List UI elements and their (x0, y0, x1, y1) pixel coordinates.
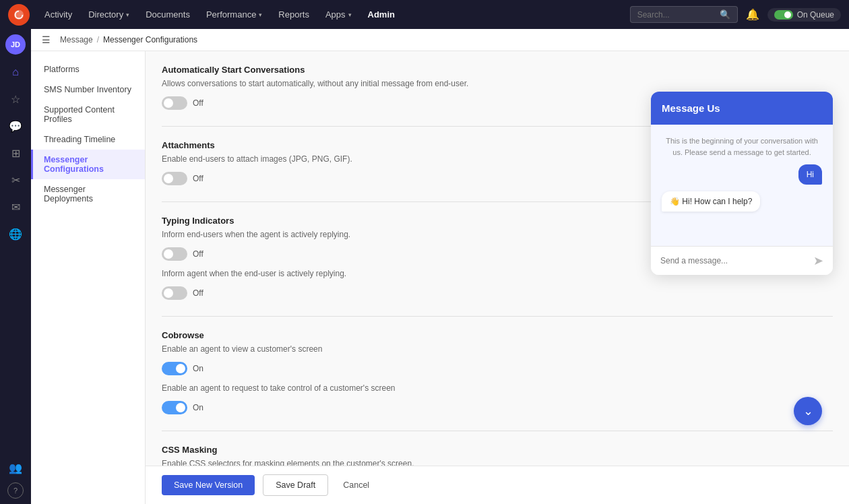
typing-indicators-toggle-label-1: Off (193, 249, 203, 259)
chat-preview-header: Message Us (651, 92, 833, 125)
sidebar-icon-cut[interactable]: ✂ (3, 168, 28, 192)
sidebar-icon-users[interactable]: 👥 (3, 455, 28, 480)
queue-toggle[interactable] (774, 10, 793, 20)
typing-indicators-toggle-2[interactable] (162, 286, 187, 300)
css-masking-title: CSS Masking (162, 445, 833, 455)
chat-preview-body: This is the beginning of your conversati… (651, 125, 833, 246)
auto-start-toggle[interactable] (162, 96, 187, 110)
typing-indicators-toggle-label-2: Off (193, 288, 203, 298)
directory-chevron-icon: ▾ (126, 11, 129, 18)
sidebar-item-threading-timeline[interactable]: Threading Timeline (31, 129, 145, 150)
user-avatar[interactable]: JD (5, 34, 26, 55)
main-content: ☰ Message / Messenger Configurations Pla… (31, 29, 849, 504)
performance-chevron-icon: ▾ (259, 11, 262, 18)
sidebar-icon-grid[interactable]: ⊞ (3, 141, 28, 165)
search-input[interactable] (637, 10, 716, 20)
sidebar-item-messenger-configurations[interactable]: Messenger Configurations (31, 150, 145, 179)
chat-message-input[interactable] (660, 256, 813, 265)
sidebar-icon-home[interactable]: ⌂ (3, 60, 28, 84)
sidebar-item-platforms[interactable]: Platforms (31, 59, 145, 80)
typing-indicators-toggle-1[interactable] (162, 247, 187, 261)
sidebar-icon-help[interactable]: ? (7, 482, 24, 499)
sidebar-item-messenger-deployments[interactable]: Messenger Deployments (31, 179, 145, 209)
nav-directory[interactable]: Directory ▾ (82, 5, 136, 24)
content-area: Automatically Start Conversations Allows… (146, 51, 849, 466)
sidebar-icon-message[interactable]: ✉ (3, 195, 28, 219)
breadcrumb-parent-link[interactable]: Message (60, 35, 93, 44)
attachments-toggle[interactable] (162, 172, 187, 185)
breadcrumb-menu-icon[interactable]: ☰ (42, 34, 51, 45)
queue-label: On Queue (797, 10, 834, 20)
cobrowse-desc-2: Enable an agent to request to take contr… (162, 382, 833, 394)
bottom-action-bar: Save New Version Save Draft Cancel (146, 466, 849, 504)
css-masking-desc: Enable CSS selectors for masking element… (162, 458, 833, 466)
nav-activity[interactable]: Activity (38, 5, 79, 24)
divider-3 (162, 316, 833, 317)
auto-start-toggle-label: Off (193, 98, 203, 108)
auto-start-title: Automatically Start Conversations (162, 65, 833, 75)
cobrowse-toggle-row-2: On (162, 401, 833, 414)
global-search[interactable]: 🔍 (630, 6, 738, 23)
divider-4 (162, 431, 833, 431)
cobrowse-toggle-2[interactable] (162, 401, 187, 414)
cobrowse-section: Cobrowse Enable an agent to view a custo… (162, 330, 833, 414)
cancel-button[interactable]: Cancel (336, 475, 376, 495)
apps-chevron-icon: ▾ (348, 11, 352, 18)
secondary-sidebar: Platforms SMS Number Inventory Supported… (31, 51, 146, 504)
save-new-version-button[interactable]: Save New Version (162, 475, 255, 495)
nav-documents[interactable]: Documents (139, 5, 197, 24)
attachments-toggle-label: Off (193, 174, 203, 183)
top-navigation: Activity Directory ▾ Documents Performan… (0, 0, 849, 29)
notifications-bell-icon[interactable]: 🔔 (741, 8, 765, 21)
search-icon: 🔍 (720, 9, 730, 20)
sidebar-icon-globe[interactable]: 🌐 (3, 222, 28, 246)
chat-bubble-user: 👋 Hi! How can I help? (662, 191, 760, 212)
save-draft-button[interactable]: Save Draft (263, 474, 328, 496)
nav-admin[interactable]: Admin (361, 5, 402, 24)
cobrowse-desc: Enable an agent to view a customer's scr… (162, 343, 833, 355)
nav-reports[interactable]: Reports (272, 5, 316, 24)
cobrowse-toggle-label-2: On (193, 403, 203, 412)
breadcrumb-separator: / (97, 35, 99, 44)
chat-footer: ➤ (651, 246, 833, 275)
breadcrumb-current: Messenger Configurations (103, 35, 197, 44)
cobrowse-toggle-1[interactable] (162, 362, 187, 375)
cobrowse-title: Cobrowse (162, 330, 833, 340)
cobrowse-toggle-label-1: On (193, 364, 203, 373)
icon-sidebar: JD ⌂ ☆ 💬 ⊞ ✂ ✉ 🌐 👥 ? (0, 29, 31, 504)
css-masking-section: CSS Masking Enable CSS selectors for mas… (162, 445, 833, 466)
chat-system-message: This is the beginning of your conversati… (662, 135, 822, 158)
queue-status[interactable]: On Queue (767, 8, 841, 22)
chat-fab-button[interactable]: ⌄ (794, 397, 822, 425)
breadcrumb: ☰ Message / Messenger Configurations (31, 29, 849, 51)
chat-preview-widget: Message Us This is the beginning of your… (651, 92, 833, 275)
nav-apps[interactable]: Apps ▾ (319, 5, 358, 24)
chat-bubble-agent: Hi (798, 164, 822, 185)
sidebar-icon-star[interactable]: ☆ (3, 87, 28, 111)
nav-performance[interactable]: Performance ▾ (199, 5, 269, 24)
typing-indicators-toggle-row-2: Off (162, 286, 833, 300)
sidebar-icon-chat[interactable]: 💬 (3, 114, 28, 138)
app-logo[interactable] (8, 4, 30, 26)
sidebar-item-sms-number-inventory[interactable]: SMS Number Inventory (31, 80, 145, 100)
sidebar-item-supported-content-profiles[interactable]: Supported Content Profiles (31, 100, 145, 129)
cobrowse-toggle-row-1: On (162, 362, 833, 375)
auto-start-desc: Allows conversations to start automatica… (162, 77, 833, 90)
chat-send-icon[interactable]: ➤ (813, 253, 823, 268)
